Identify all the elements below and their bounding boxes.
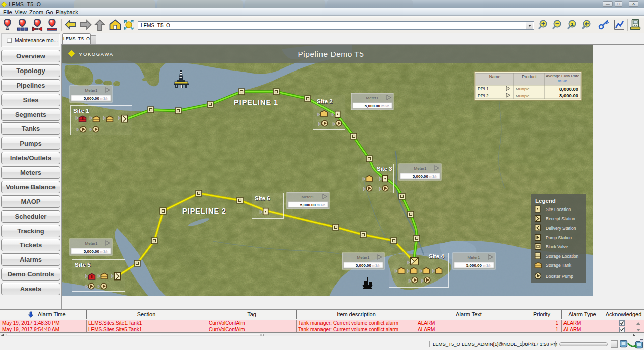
svg-text:Booster Pump: Booster Pump	[546, 274, 573, 279]
svg-text:Delivery Station: Delivery Station	[546, 226, 576, 231]
svg-text:PPL2: PPL2	[478, 93, 489, 98]
svg-text:Site 3: Site 3	[377, 166, 392, 172]
svg-text:Multiple: Multiple	[516, 94, 530, 98]
svg-text:m3/h: m3/h	[558, 79, 567, 83]
svg-text:8,000.00: 8,000.00	[559, 93, 578, 98]
svg-text:5,000.00: 5,000.00	[84, 96, 100, 101]
svg-text:Meter1: Meter1	[85, 241, 98, 246]
svg-text:Site Location: Site Location	[546, 207, 571, 212]
svg-text:Average Flow Rate: Average Flow Rate	[546, 74, 579, 78]
svg-text:5,000.00: 5,000.00	[356, 263, 372, 268]
svg-text:5,000.00: 5,000.00	[84, 249, 100, 254]
svg-text:1: 1	[571, 21, 574, 27]
svg-text:PIPELINE 1: PIPELINE 1	[234, 98, 278, 106]
svg-text:m3/h: m3/h	[100, 96, 108, 101]
svg-text:Meter1: Meter1	[302, 195, 314, 199]
svg-text:Site 2: Site 2	[317, 98, 333, 104]
svg-text:Site 1: Site 1	[73, 108, 89, 114]
svg-text:Multiple: Multiple	[516, 87, 530, 91]
svg-text:Legend: Legend	[535, 198, 556, 204]
svg-text:Site 4: Site 4	[429, 253, 444, 259]
svg-text:Meter1: Meter1	[414, 166, 427, 171]
svg-text:5,000.00: 5,000.00	[365, 104, 381, 108]
svg-text:Meter1: Meter1	[357, 255, 370, 260]
svg-text:Site 6: Site 6	[255, 195, 270, 201]
svg-text:Receipt Station: Receipt Station	[546, 216, 575, 221]
svg-text:5,000.00: 5,000.00	[413, 174, 429, 179]
svg-text:Storage Tank: Storage Tank	[546, 263, 572, 268]
svg-text:PIPELINE 2: PIPELINE 2	[182, 207, 226, 215]
svg-text:Block Valve: Block Valve	[546, 244, 568, 249]
svg-text:m3/h: m3/h	[317, 203, 325, 207]
svg-text:Name: Name	[489, 74, 501, 79]
svg-text:m3/h: m3/h	[429, 174, 437, 179]
svg-text:8,000.00: 8,000.00	[559, 86, 578, 92]
svg-text:Meter1: Meter1	[366, 96, 379, 100]
svg-text:m3/h: m3/h	[381, 104, 389, 108]
svg-text:Meter1: Meter1	[468, 255, 480, 260]
svg-text:m3/h: m3/h	[100, 249, 108, 254]
svg-text:5,000.00: 5,000.00	[300, 203, 316, 207]
svg-text:Site 5: Site 5	[75, 262, 91, 268]
svg-text:Pipeline Demo T5: Pipeline Demo T5	[298, 50, 364, 58]
svg-text:YOKOGAWA: YOKOGAWA	[79, 51, 114, 57]
svg-text:5,000.00: 5,000.00	[466, 263, 482, 268]
svg-text:Storage Location: Storage Location	[546, 254, 579, 259]
svg-text:m3/h: m3/h	[372, 263, 380, 268]
svg-text:m3/h: m3/h	[483, 263, 491, 268]
svg-text:PPL1: PPL1	[478, 86, 489, 91]
svg-text:Product: Product	[522, 74, 537, 79]
svg-text:Pump Station: Pump Station	[546, 235, 572, 240]
svg-text:Meter1: Meter1	[85, 88, 98, 93]
